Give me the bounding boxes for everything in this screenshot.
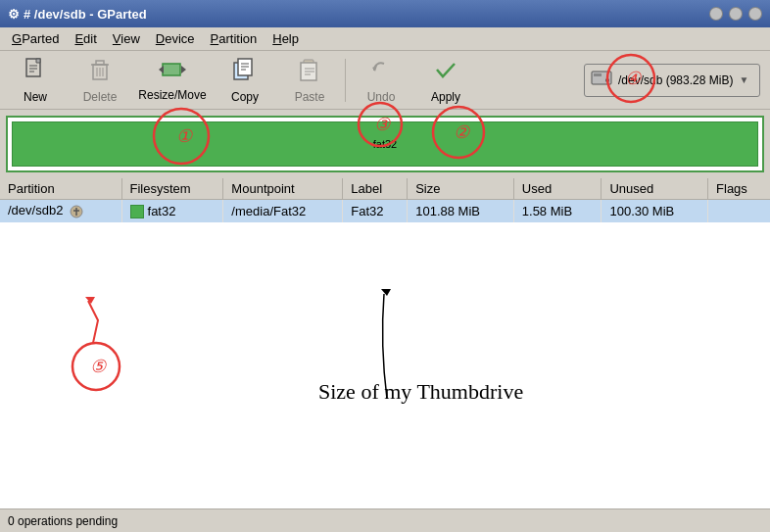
toolbar-sep-1 bbox=[345, 59, 346, 102]
menu-view[interactable]: View bbox=[105, 29, 148, 48]
svg-rect-6 bbox=[96, 61, 104, 65]
paste-button[interactable]: Paste bbox=[278, 55, 341, 106]
title-icon: ⚙ bbox=[8, 7, 20, 22]
delete-button[interactable]: Delete bbox=[69, 55, 131, 106]
cell-size: 101.88 MiB bbox=[408, 200, 514, 222]
menu-edit[interactable]: Edit bbox=[67, 29, 104, 48]
cell-partition: /dev/sdb2 bbox=[0, 200, 121, 222]
menu-partition[interactable]: Partition bbox=[203, 29, 265, 48]
maximize-button[interactable] bbox=[748, 7, 762, 21]
apply-icon bbox=[433, 57, 458, 88]
minimize-button[interactable] bbox=[729, 7, 743, 21]
device-label: /dev/sdb (983.28 MiB) bbox=[618, 73, 733, 87]
paste-label: Paste bbox=[295, 90, 325, 104]
cell-flags bbox=[708, 200, 770, 222]
delete-icon bbox=[87, 57, 113, 88]
device-icon bbox=[591, 69, 612, 91]
col-partition: Partition bbox=[0, 178, 121, 200]
copy-icon bbox=[232, 57, 258, 88]
partition-table: Partition Filesystem Mountpoint Label Si… bbox=[0, 178, 770, 508]
svg-marker-11 bbox=[159, 66, 164, 73]
undo-label: Undo bbox=[367, 90, 396, 104]
col-label: Label bbox=[343, 178, 408, 200]
col-flags: Flags bbox=[708, 178, 770, 200]
window-controls bbox=[709, 7, 762, 21]
paste-icon bbox=[297, 57, 322, 88]
disk-visual: fat32 bbox=[6, 116, 764, 172]
svg-rect-24 bbox=[592, 72, 611, 84]
new-icon bbox=[23, 57, 48, 88]
col-unused: Unused bbox=[602, 178, 708, 200]
toolbar: New Delete Resize/Move Copy bbox=[0, 51, 770, 110]
copy-label: Copy bbox=[231, 90, 259, 104]
window-title: # /dev/sdb - GParted bbox=[24, 7, 147, 22]
cell-filesystem: fat32 bbox=[121, 200, 223, 222]
col-mountpoint: Mountpoint bbox=[223, 178, 343, 200]
col-used: Used bbox=[513, 178, 602, 200]
svg-marker-12 bbox=[181, 66, 186, 73]
statusbar: 0 operations pending bbox=[0, 508, 770, 532]
apply-label: Apply bbox=[431, 90, 460, 104]
new-label: New bbox=[24, 90, 47, 104]
cell-used: 1.58 MiB bbox=[513, 200, 602, 222]
resize-move-button[interactable]: Resize/Move bbox=[133, 55, 212, 106]
new-button[interactable]: New bbox=[4, 55, 67, 106]
delete-label: Delete bbox=[83, 90, 118, 104]
cell-unused: 100.30 MiB bbox=[602, 200, 708, 222]
status-text: 0 operations pending bbox=[8, 514, 118, 528]
menu-gparted[interactable]: GParted bbox=[4, 29, 67, 48]
svg-rect-25 bbox=[594, 73, 602, 76]
svg-point-26 bbox=[605, 78, 609, 82]
menubar: GParted Edit View Device Partition Help bbox=[0, 27, 770, 51]
apply-button[interactable]: Apply bbox=[414, 55, 477, 106]
undo-button[interactable]: Undo bbox=[350, 55, 412, 106]
col-filesystem: Filesystem bbox=[121, 178, 223, 200]
close-button[interactable] bbox=[709, 7, 723, 21]
col-size: Size bbox=[408, 178, 514, 200]
partitions-table: Partition Filesystem Mountpoint Label Si… bbox=[0, 178, 770, 222]
svg-rect-10 bbox=[163, 64, 180, 75]
resize-move-icon bbox=[157, 59, 188, 86]
table-header-row: Partition Filesystem Mountpoint Label Si… bbox=[0, 178, 770, 200]
filesystem-color bbox=[130, 205, 144, 218]
titlebar: ⚙ # /dev/sdb - GParted bbox=[0, 0, 770, 27]
device-selector[interactable]: /dev/sdb (983.28 MiB) ▼ bbox=[584, 64, 760, 97]
partition-visual-block: fat32 bbox=[12, 121, 758, 167]
menu-device[interactable]: Device bbox=[148, 29, 203, 48]
undo-icon bbox=[368, 57, 394, 88]
table-row[interactable]: /dev/sdb2 fat32 /media/Fat32 Fat32 101.8… bbox=[0, 200, 770, 222]
menu-help[interactable]: Help bbox=[265, 29, 307, 48]
device-dropdown-arrow: ▼ bbox=[739, 74, 748, 85]
cell-mountpoint: /media/Fat32 bbox=[223, 200, 343, 222]
cell-label: Fat32 bbox=[343, 200, 408, 222]
copy-button[interactable]: Copy bbox=[214, 55, 276, 106]
resize-move-label: Resize/Move bbox=[138, 88, 206, 102]
